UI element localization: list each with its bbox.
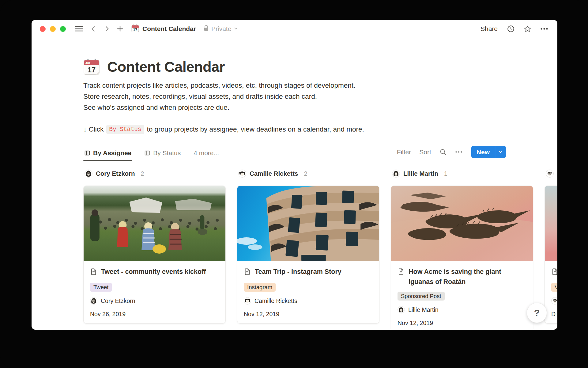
tab-label: 4 more... xyxy=(194,149,219,157)
column-count: 2 xyxy=(141,170,144,177)
breadcrumb-title: Content Calendar xyxy=(142,25,196,33)
more-options-icon[interactable] xyxy=(540,28,548,30)
description-line: Track content projects like articles, po… xyxy=(83,80,506,91)
card-date: D xyxy=(551,311,557,318)
column-header[interactable]: Cory Etzkorn 2 xyxy=(83,169,226,178)
board-view-icon xyxy=(144,150,150,156)
nav-forward-icon[interactable] xyxy=(104,25,110,33)
tab-by-status[interactable]: By Status xyxy=(143,149,182,161)
card-assignee: Lillie Martin xyxy=(398,306,526,313)
card-title-text: Tweet - community events kickoff xyxy=(101,267,206,278)
search-icon[interactable] xyxy=(439,148,447,156)
card-tweet-community-events[interactable]: Tweet - community events kickoff Tweet C… xyxy=(83,186,226,324)
view-tabs: By Assignee By Status 4 more... xyxy=(83,149,220,161)
column-header[interactable] xyxy=(545,169,557,178)
desktop-background: 17 Content Calendar Private Share xyxy=(0,0,588,368)
card-assignee: Camille Ricketts xyxy=(244,297,373,305)
share-button[interactable]: Share xyxy=(481,25,498,33)
nav-back-icon[interactable] xyxy=(90,25,97,33)
board-column-camille: Camille Ricketts 2 xyxy=(237,169,379,324)
avatar-camille xyxy=(244,297,251,305)
lock-icon xyxy=(203,25,209,33)
card-date: Nov 12, 2019 xyxy=(244,311,373,318)
filter-button[interactable]: Filter xyxy=(397,148,411,156)
page-title: Content Calendar xyxy=(107,58,225,75)
page-emoji-calendar-icon[interactable]: JUL 17 xyxy=(83,59,100,75)
callout-line: ↓ Click By Status to group projects by a… xyxy=(83,125,506,134)
sort-button[interactable]: Sort xyxy=(419,148,431,156)
card-date: Nov 12, 2019 xyxy=(398,320,526,327)
callout-prefix: ↓ Click xyxy=(83,125,104,133)
board-column-cory: Cory Etzkorn 2 xyxy=(83,169,226,324)
document-icon xyxy=(90,268,97,278)
tab-label: By Assignee xyxy=(93,149,131,157)
maximize-window-button[interactable] xyxy=(60,26,66,32)
view-actions: Filter Sort New xyxy=(397,146,506,161)
column-header[interactable]: Camille Ricketts 2 xyxy=(237,169,379,178)
view-toolbar: By Assignee By Status 4 more... Filter S… xyxy=(83,146,506,161)
card-partial[interactable]: V D xyxy=(545,186,557,324)
window-toolbar: 17 Content Calendar Private Share xyxy=(32,20,557,38)
tag-pill-instagram: Instagram xyxy=(244,283,276,292)
tag-pill-sponsored-post: Sponsored Post xyxy=(398,292,445,301)
board-column-partial: V D xyxy=(545,169,557,324)
card-cover-pink-photo xyxy=(545,186,557,261)
traffic-lights xyxy=(40,26,66,32)
new-page-icon[interactable] xyxy=(116,25,124,33)
document-icon xyxy=(398,268,405,287)
card-title-text: How Acme is saving the giant iguanas of … xyxy=(409,267,526,287)
card-team-trip[interactable]: Team Trip - Instagram Story Instagram Ca… xyxy=(237,186,379,324)
page-description: Track content projects like articles, po… xyxy=(83,80,506,113)
new-dropdown-chevron-icon[interactable] xyxy=(495,146,506,158)
page-header: JUL 17 Content Calendar xyxy=(83,58,506,75)
new-button[interactable]: New xyxy=(471,146,506,158)
column-name: Cory Etzkorn xyxy=(96,170,135,177)
callout-suffix: to group projects by assignee, view dead… xyxy=(147,125,364,133)
avatar-camille xyxy=(238,170,246,178)
card-iguanas[interactable]: How Acme is saving the giant iguanas of … xyxy=(391,186,533,330)
favorite-star-icon[interactable] xyxy=(523,25,532,33)
privacy-dropdown[interactable]: Private xyxy=(203,25,238,33)
tag-pill-tweet: Tweet xyxy=(90,283,112,292)
card-assignee: Cory Etzkorn xyxy=(90,297,219,305)
breadcrumb[interactable]: 17 Content Calendar xyxy=(131,24,196,34)
board-column-lillie: Lillie Martin 1 xyxy=(391,169,533,330)
help-button[interactable]: ? xyxy=(527,303,547,323)
minimize-window-button[interactable] xyxy=(50,26,56,32)
board-view: Cory Etzkorn 2 xyxy=(83,169,557,330)
view-options-ellipsis-icon[interactable] xyxy=(455,151,462,153)
privacy-label: Private xyxy=(211,25,231,33)
board-view-icon xyxy=(84,150,90,156)
tab-label: By Status xyxy=(153,149,181,157)
tab-more-views[interactable]: 4 more... xyxy=(193,149,220,161)
card-cover-festival-photo xyxy=(84,186,225,261)
document-icon xyxy=(551,268,557,278)
column-name: Camille Ricketts xyxy=(250,170,298,177)
description-line: Store research, notes, recordings, visua… xyxy=(83,91,506,102)
column-header[interactable]: Lillie Martin 1 xyxy=(391,169,533,178)
sidebar-menu-icon[interactable] xyxy=(75,25,83,32)
document-icon xyxy=(244,268,251,278)
avatar-man-glasses xyxy=(546,170,554,178)
card-assignee xyxy=(551,297,557,305)
new-button-label[interactable]: New xyxy=(471,146,495,158)
avatar-cory xyxy=(90,297,97,305)
description-line: See who's assigned and when projects are… xyxy=(83,102,506,113)
notion-window: 17 Content Calendar Private Share xyxy=(32,20,557,330)
tag-pill-partial: V xyxy=(551,283,557,292)
card-cover-building-photo xyxy=(237,186,379,261)
close-window-button[interactable] xyxy=(40,26,46,32)
assignee-name: Cory Etzkorn xyxy=(101,297,135,305)
calendar-page-icon: 17 xyxy=(131,24,139,34)
column-name: Lillie Martin xyxy=(403,170,438,177)
tab-by-assignee[interactable]: By Assignee xyxy=(83,149,132,161)
avatar-lillie xyxy=(392,170,400,178)
updates-clock-icon[interactable] xyxy=(507,25,515,33)
assignee-name: Camille Ricketts xyxy=(254,297,297,305)
avatar-cory xyxy=(85,170,92,178)
svg-text:17: 17 xyxy=(133,28,138,32)
inline-code-by-status: By Status xyxy=(106,125,144,134)
avatar-man-glasses xyxy=(551,297,557,305)
avatar-lillie xyxy=(398,306,405,313)
svg-text:JUL: JUL xyxy=(85,61,91,65)
